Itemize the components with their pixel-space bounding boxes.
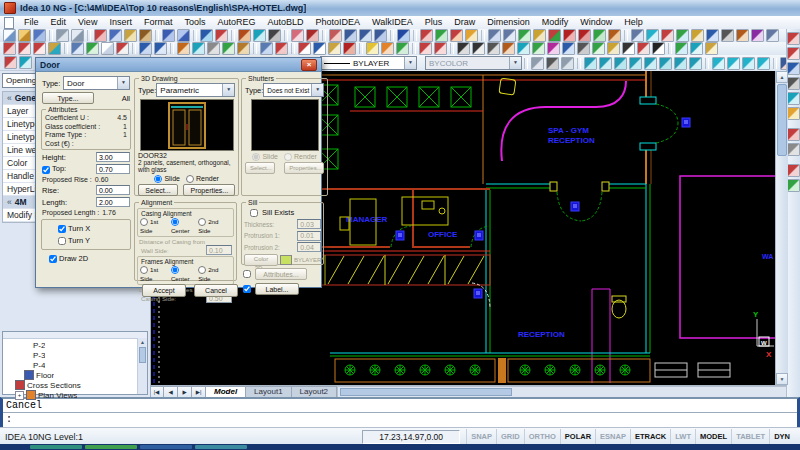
lights-icon[interactable]: [705, 42, 718, 55]
menu-tools[interactable]: Tools: [178, 16, 211, 29]
menu-edit[interactable]: Edit: [45, 16, 73, 29]
planters[interactable]: [330, 353, 650, 383]
room-label[interactable]: RECEPTION: [548, 136, 595, 145]
collapse-icon[interactable]: «: [7, 196, 12, 208]
erase-icon[interactable]: [291, 29, 304, 42]
dropdown-arrow-icon[interactable]: ▼: [404, 57, 416, 69]
tree-vscrollbar[interactable]: ▲: [137, 338, 147, 394]
script-icon[interactable]: [736, 29, 749, 42]
tree-item-p-3[interactable]: P-3: [3, 350, 147, 360]
arc-tool-icon[interactable]: [547, 42, 560, 55]
sketch-icon[interactable]: [238, 29, 251, 42]
benches[interactable]: [655, 363, 730, 377]
measure-icon[interactable]: [435, 29, 448, 42]
draw-2d-checkbox[interactable]: [49, 255, 57, 263]
menu-photoidea[interactable]: PhotoIDEA: [310, 16, 367, 29]
pan-icon[interactable]: [329, 29, 342, 42]
dimension-style-icon[interactable]: [396, 42, 409, 55]
calc-table-icon[interactable]: [71, 42, 84, 55]
materials-icon[interactable]: [690, 42, 703, 55]
toggle-snap[interactable]: SNAP: [466, 429, 496, 444]
walkway-curve[interactable]: [501, 81, 626, 161]
camera-tool-icon[interactable]: [787, 77, 800, 90]
list-info-icon[interactable]: [706, 29, 719, 42]
accept-button[interactable]: Accept: [142, 284, 186, 297]
scroll-up-icon[interactable]: ▲: [776, 71, 788, 83]
render-settings-icon[interactable]: [676, 29, 689, 42]
room-label[interactable]: OFFICE: [428, 230, 458, 239]
osnap-settings-icon[interactable]: [488, 29, 501, 42]
select-button[interactable]: Select...: [138, 184, 178, 196]
slide-radio[interactable]: [154, 175, 162, 183]
plot-preview-icon[interactable]: [71, 29, 84, 42]
refresh-properties-icon[interactable]: [19, 56, 32, 69]
new-file-icon[interactable]: [3, 29, 16, 42]
double-door-top[interactable]: [640, 97, 690, 150]
clipboard-icon[interactable]: [328, 42, 341, 55]
casing-2nd-radio[interactable]: [198, 218, 206, 226]
leader-tool-icon[interactable]: [502, 42, 515, 55]
casing-center-radio[interactable]: [171, 218, 179, 226]
tree-item-floor[interactable]: Floor: [3, 370, 147, 380]
slab-tool-icon[interactable]: [260, 42, 273, 55]
plot-style-icon[interactable]: [531, 57, 544, 70]
filter-properties-icon[interactable]: [4, 56, 17, 69]
spa-gym-label[interactable]: SPA - GYM RECEPTION: [548, 126, 595, 145]
shade-mode-icon[interactable]: [757, 57, 770, 70]
zone-boundary[interactable]: [680, 176, 775, 338]
markup-icon[interactable]: [306, 29, 319, 42]
lwt-display-icon[interactable]: [546, 57, 559, 70]
height-input[interactable]: [96, 152, 130, 162]
rotate-3d-icon[interactable]: [712, 57, 725, 70]
top-input[interactable]: [96, 164, 130, 174]
help-icon[interactable]: [397, 29, 410, 42]
label-button[interactable]: Label...: [255, 283, 299, 295]
close-icon[interactable]: ×: [301, 59, 317, 71]
orbit-3d-icon[interactable]: [646, 29, 659, 42]
top-checkbox[interactable]: [42, 166, 50, 174]
tree-item-plan-views[interactable]: +Plan Views: [3, 390, 147, 400]
named-views-icon[interactable]: [631, 29, 644, 42]
middle-wall[interactable]: [486, 184, 646, 353]
room-label[interactable]: SPA - GYM: [548, 126, 589, 135]
save-icon[interactable]: [33, 29, 46, 42]
view-sw-iso-icon[interactable]: [644, 57, 657, 70]
menu-view[interactable]: View: [72, 16, 103, 29]
select-filter-icon[interactable]: [787, 143, 800, 156]
frames-2nd-radio[interactable]: [198, 266, 206, 274]
boundary-hatch-icon[interactable]: [637, 42, 650, 55]
sill-exists-checkbox[interactable]: [250, 209, 258, 217]
alert-down-icon[interactable]: [465, 29, 478, 42]
no-print-icon[interactable]: [578, 29, 591, 42]
toggle-tablet[interactable]: TABLET: [731, 429, 769, 444]
paste-icon[interactable]: [124, 29, 137, 42]
hatch-tool-icon[interactable]: [608, 29, 621, 42]
menu-file[interactable]: File: [18, 16, 45, 29]
cancel-button[interactable]: Cancel: [194, 284, 238, 297]
color-combo[interactable]: BYCOLOR ▼: [425, 56, 522, 70]
undo-icon[interactable]: [162, 29, 175, 42]
lineweight-icon[interactable]: [268, 29, 281, 42]
grid-boxes[interactable]: [318, 85, 483, 169]
orbit-icon[interactable]: [727, 57, 740, 70]
menu-window[interactable]: Window: [574, 16, 618, 29]
window-tool-icon[interactable]: [192, 42, 205, 55]
coordinates-display[interactable]: 17.23,14.97,0.00: [362, 430, 460, 444]
pencil-orange-icon[interactable]: [381, 42, 394, 55]
calc-assign-icon[interactable]: [86, 42, 99, 55]
3d-type-select[interactable]: Parametric ▼: [156, 83, 235, 97]
label-checkbox[interactable]: [243, 285, 251, 293]
sheet-icon[interactable]: [101, 42, 114, 55]
shutters-type-select[interactable]: Does not Exist ▼: [263, 83, 324, 97]
menu-autobld[interactable]: AutoBLD: [261, 16, 309, 29]
layer-manager-icon[interactable]: [518, 29, 531, 42]
distance-icon[interactable]: [691, 29, 704, 42]
length-input[interactable]: [96, 197, 130, 207]
menu-autoreg[interactable]: AutoREG: [211, 16, 261, 29]
dropdown-arrow-icon[interactable]: ▼: [509, 57, 521, 69]
attributes-checkbox[interactable]: [243, 270, 251, 278]
zoom-realtime-icon[interactable]: [344, 29, 357, 42]
room-label[interactable]: MANAGER: [346, 215, 388, 224]
point-tool-icon[interactable]: [622, 42, 635, 55]
menu-help[interactable]: Help: [618, 16, 649, 29]
